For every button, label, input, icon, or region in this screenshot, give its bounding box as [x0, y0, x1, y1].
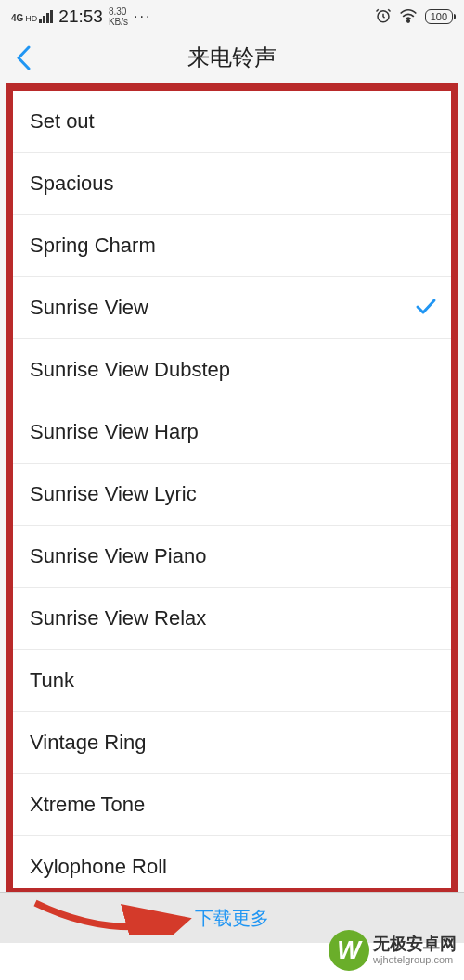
ringtone-label: Set out	[30, 109, 437, 134]
ringtone-item[interactable]: Sunrise View Piano	[13, 526, 451, 588]
page-title: 来电铃声	[187, 43, 277, 72]
more-icon: ···	[134, 8, 151, 25]
ringtone-list-highlighted: Set outSpaciousSpring CharmSunrise ViewS…	[6, 83, 458, 896]
ringtone-label: Spring Charm	[30, 234, 437, 258]
status-left: 4G HD 21:53 8.30 KB/s ···	[11, 6, 151, 27]
ringtone-label: Xtreme Tone	[30, 793, 437, 817]
ringtone-label: Sunrise View Harp	[30, 420, 437, 444]
status-time: 21:53	[58, 6, 103, 27]
watermark-text-url: wjhotelgroup.com	[373, 954, 457, 966]
ringtone-label: Sunrise View Relax	[30, 606, 437, 630]
svg-point-1	[406, 19, 409, 22]
ringtone-item[interactable]: Sunrise View	[13, 277, 451, 339]
ringtone-item[interactable]: Set out	[13, 91, 451, 153]
watermark: W 无极安卓网 wjhotelgroup.com	[329, 930, 457, 971]
wifi-icon	[399, 8, 418, 26]
status-right: 100	[375, 7, 453, 27]
ringtone-label: Sunrise View Dubstep	[30, 358, 437, 382]
status-bar: 4G HD 21:53 8.30 KB/s ··· 100	[0, 0, 464, 32]
ringtone-label: Sunrise View Lyric	[30, 482, 437, 506]
alarm-icon	[375, 7, 392, 27]
network-4g-icon: 4G HD	[11, 10, 53, 23]
ringtone-item[interactable]: Sunrise View Lyric	[13, 464, 451, 526]
ringtone-label: Spacious	[30, 172, 437, 196]
ringtone-label: Tunk	[30, 668, 437, 693]
check-icon	[415, 297, 437, 319]
ringtone-item[interactable]: Vintage Ring	[13, 712, 451, 774]
back-button[interactable]	[0, 45, 46, 70]
ringtone-item[interactable]: Xylophone Roll	[13, 836, 451, 896]
ringtone-label: Vintage Ring	[30, 731, 437, 755]
download-more-link[interactable]: 下载更多	[195, 906, 269, 931]
network-speed: 8.30 KB/s	[109, 6, 128, 27]
battery-icon: 100	[425, 9, 453, 24]
ringtone-item[interactable]: Spring Charm	[13, 215, 451, 277]
ringtone-label: Sunrise View Piano	[30, 544, 437, 568]
ringtone-label: Sunrise View	[30, 296, 415, 320]
ringtone-item[interactable]: Sunrise View Dubstep	[13, 339, 451, 401]
header-bar: 来电铃声	[0, 32, 464, 83]
ringtone-item[interactable]: Tunk	[13, 650, 451, 712]
ringtone-item[interactable]: Sunrise View Relax	[13, 588, 451, 650]
ringtone-label: Xylophone Roll	[30, 855, 437, 879]
watermark-text-cn: 无极安卓网	[373, 935, 457, 955]
ringtone-item[interactable]: Sunrise View Harp	[13, 401, 451, 464]
ringtone-item[interactable]: Spacious	[13, 153, 451, 215]
watermark-logo: W	[329, 930, 369, 971]
ringtone-item[interactable]: Xtreme Tone	[13, 774, 451, 836]
